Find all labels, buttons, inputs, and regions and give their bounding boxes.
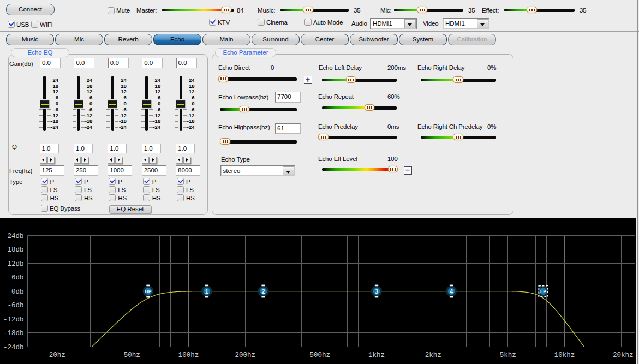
- svg-text:24db: 24db: [7, 232, 23, 240]
- svg-text:10khz: 10khz: [554, 351, 575, 359]
- svg-text:20hz: 20hz: [49, 351, 65, 359]
- svg-text:2khz: 2khz: [425, 351, 441, 359]
- svg-text:LP: LP: [540, 289, 546, 294]
- svg-text:500hz: 500hz: [310, 351, 331, 359]
- svg-text:12db: 12db: [7, 260, 23, 268]
- svg-text:6db: 6db: [11, 274, 24, 282]
- svg-text:20khz: 20khz: [613, 351, 634, 359]
- svg-text:HP: HP: [145, 289, 152, 294]
- svg-text:4: 4: [450, 288, 453, 295]
- svg-text:1: 1: [205, 288, 208, 295]
- svg-text:50hz: 50hz: [124, 351, 140, 359]
- svg-text:-24db: -24db: [3, 344, 24, 351]
- svg-text:100hz: 100hz: [178, 351, 199, 359]
- svg-text:5khz: 5khz: [500, 351, 516, 359]
- svg-text:18db: 18db: [7, 246, 23, 254]
- svg-text:1khz: 1khz: [368, 351, 385, 359]
- svg-text:200hz: 200hz: [235, 351, 255, 359]
- svg-text:-18db: -18db: [3, 330, 24, 337]
- svg-text:-12db: -12db: [3, 316, 24, 324]
- svg-text:3: 3: [375, 288, 378, 295]
- svg-text:0db: 0db: [11, 288, 24, 296]
- svg-text:-6db: -6db: [7, 302, 23, 309]
- svg-text:2: 2: [262, 288, 265, 295]
